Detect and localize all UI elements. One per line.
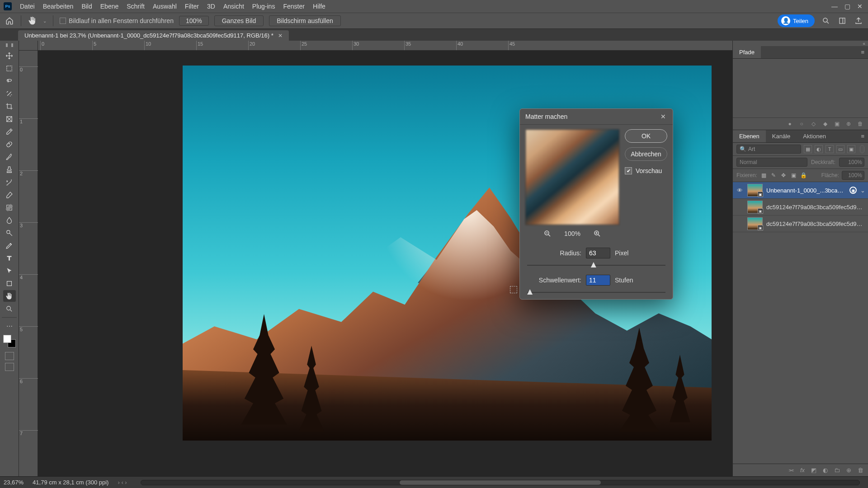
- tool-menu-chevron-icon[interactable]: ⌄: [43, 19, 47, 23]
- threshold-input[interactable]: 11: [586, 275, 610, 286]
- window-maximize[interactable]: ▢: [843, 2, 852, 11]
- layers-list[interactable]: 👁▣Unbenannt-1_0000_...3bca509fec5d9117◉⌄…: [733, 182, 868, 464]
- hand-tool-icon[interactable]: [28, 16, 38, 26]
- export-share-icon[interactable]: [854, 16, 863, 26]
- layer-filter-kind[interactable]: 🔍 Art: [736, 145, 801, 154]
- layer-row[interactable]: ▣dc59124e7f79a08c3bca509fec5d9117 Kopie …: [733, 199, 868, 216]
- lock-pixels-icon[interactable]: ▦: [760, 172, 767, 179]
- tab-actions[interactable]: Aktionen: [797, 130, 832, 142]
- ruler-horizontal[interactable]: 051015202530354045: [38, 41, 732, 51]
- layer-group-icon[interactable]: 🗀: [834, 467, 840, 474]
- blend-mode-select[interactable]: Normal: [736, 158, 807, 167]
- cancel-button[interactable]: Abbrechen: [625, 147, 667, 161]
- menu-filter[interactable]: Filter: [185, 3, 199, 10]
- home-icon[interactable]: [5, 16, 14, 26]
- window-minimize[interactable]: —: [830, 2, 839, 11]
- menu-help[interactable]: Hilfe: [313, 3, 326, 10]
- filter-type-icon[interactable]: T: [826, 145, 834, 153]
- filter-shape-icon[interactable]: ▭: [836, 145, 844, 153]
- menu-file[interactable]: Datei: [20, 3, 35, 10]
- layer-thumbnail[interactable]: ▣: [747, 184, 763, 197]
- close-tab-icon[interactable]: ✕: [278, 33, 283, 39]
- panel-menu-icon[interactable]: ≡: [857, 133, 868, 140]
- radius-input[interactable]: 63: [586, 248, 610, 258]
- new-path-icon[interactable]: ⊕: [845, 121, 852, 127]
- tab-layers[interactable]: Ebenen: [733, 130, 766, 142]
- new-layer-icon[interactable]: ⊕: [846, 467, 851, 474]
- panels-collapse-icon[interactable]: «: [733, 41, 868, 46]
- stamp-tool[interactable]: [3, 164, 16, 175]
- radius-slider[interactable]: [527, 261, 665, 269]
- delete-layer-icon[interactable]: 🗑: [858, 467, 863, 474]
- panel-menu-icon[interactable]: ≡: [857, 49, 868, 56]
- menu-window[interactable]: Fenster: [283, 3, 304, 10]
- lock-artboard-icon[interactable]: ▣: [790, 172, 797, 179]
- fill-screen-button[interactable]: Bildschirm ausfüllen: [269, 15, 341, 26]
- pen-tool[interactable]: [3, 239, 16, 251]
- status-docinfo[interactable]: 41,79 cm x 28,1 cm (300 ppi): [33, 479, 108, 486]
- zoom-out-icon[interactable]: [543, 230, 552, 238]
- blur-tool[interactable]: [3, 214, 16, 226]
- zoom-in-icon[interactable]: [593, 230, 601, 238]
- path-stroke-icon[interactable]: ○: [798, 121, 805, 127]
- opacity-input[interactable]: 100%: [839, 158, 864, 167]
- path-select-tool[interactable]: [3, 265, 16, 277]
- ruler-vertical[interactable]: 01234567: [19, 51, 38, 476]
- ruler-origin[interactable]: [19, 41, 38, 51]
- menu-type[interactable]: Schrift: [127, 3, 145, 10]
- menu-select[interactable]: Auswahl: [153, 3, 177, 10]
- path-mask-icon[interactable]: ▣: [834, 121, 840, 127]
- filter-adjust-icon[interactable]: ◐: [815, 145, 823, 153]
- menu-view[interactable]: Ansicht: [223, 3, 244, 10]
- menu-layer[interactable]: Ebene: [100, 3, 118, 10]
- filter-toggle[interactable]: [860, 145, 864, 153]
- status-zoom[interactable]: 23,67%: [4, 479, 24, 486]
- dialog-close-icon[interactable]: ✕: [659, 113, 667, 121]
- healing-tool[interactable]: [3, 138, 16, 150]
- rect-marquee-tool[interactable]: [3, 62, 16, 74]
- fit-screen-button[interactable]: Ganzes Bild: [214, 15, 264, 26]
- tab-channels[interactable]: Kanäle: [766, 130, 797, 142]
- dialog-preview-image[interactable]: [525, 129, 619, 225]
- layer-name[interactable]: Unbenannt-1_0000_...3bca509fec5d9117: [766, 187, 846, 194]
- crop-tool[interactable]: [3, 100, 16, 112]
- canvas-area[interactable]: 051015202530354045 01234567 Matter mache…: [19, 41, 732, 476]
- status-chevron-icon[interactable]: › ‹ ›: [118, 479, 127, 486]
- move-tool[interactable]: [3, 50, 16, 61]
- menu-edit[interactable]: Bearbeiten: [43, 3, 74, 10]
- share-button[interactable]: 👤 Teilen: [778, 14, 815, 27]
- path-make-icon[interactable]: ◆: [822, 121, 828, 127]
- menu-image[interactable]: Bild: [81, 3, 92, 10]
- tools-collapse-icon[interactable]: [6, 43, 13, 47]
- document-tab[interactable]: Unbenannt-1 bei 23,7% (Unbenannt-1_0000_…: [18, 30, 289, 41]
- lasso-tool[interactable]: [3, 75, 16, 87]
- gradient-tool[interactable]: [3, 202, 16, 213]
- frame-tool[interactable]: [3, 113, 16, 125]
- link-layers-icon[interactable]: ⫘: [788, 467, 794, 474]
- eyedropper-tool[interactable]: [3, 126, 16, 137]
- dialog-titlebar[interactable]: Matter machen ✕: [520, 109, 673, 125]
- layer-name[interactable]: dc59124e7f79a08c3bca509fec5d9117 Kopie 2: [766, 221, 865, 227]
- layer-thumbnail[interactable]: ▣: [747, 201, 763, 213]
- dodge-tool[interactable]: [3, 227, 16, 239]
- fill-input[interactable]: 100%: [842, 171, 864, 180]
- shape-tool[interactable]: [3, 277, 16, 289]
- edit-toolbar-icon[interactable]: ⋯: [3, 320, 16, 332]
- ok-button[interactable]: OK: [625, 129, 667, 143]
- adjustment-layer-icon[interactable]: ◐: [823, 467, 828, 474]
- path-fill-icon[interactable]: ●: [787, 121, 793, 127]
- zoom-tool[interactable]: [3, 303, 16, 314]
- layer-name[interactable]: dc59124e7f79a08c3bca509fec5d9117 Kopie 3: [766, 204, 865, 211]
- layer-mask-icon[interactable]: ◩: [811, 467, 816, 474]
- color-swatches[interactable]: [3, 335, 16, 347]
- path-selection-icon[interactable]: ◇: [810, 121, 816, 127]
- delete-path-icon[interactable]: 🗑: [857, 121, 863, 127]
- menu-plugins[interactable]: Plug-ins: [252, 3, 275, 10]
- search-icon[interactable]: [821, 16, 831, 26]
- screenmode-icon[interactable]: [5, 363, 14, 371]
- brush-tool[interactable]: [3, 151, 16, 163]
- layer-row[interactable]: 👁▣Unbenannt-1_0000_...3bca509fec5d9117◉⌄: [733, 182, 868, 199]
- zoom-value[interactable]: 100%: [179, 16, 209, 26]
- layer-style-icon[interactable]: fx: [800, 467, 805, 474]
- filter-pixel-icon[interactable]: ▦: [804, 145, 812, 153]
